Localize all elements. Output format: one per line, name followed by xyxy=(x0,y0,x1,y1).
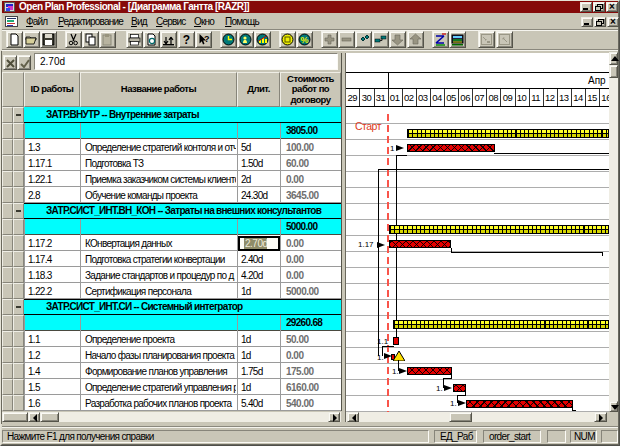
svg-text:?: ? xyxy=(204,34,210,44)
svg-text:?: ? xyxy=(182,33,189,46)
svg-text:%: % xyxy=(301,35,309,45)
